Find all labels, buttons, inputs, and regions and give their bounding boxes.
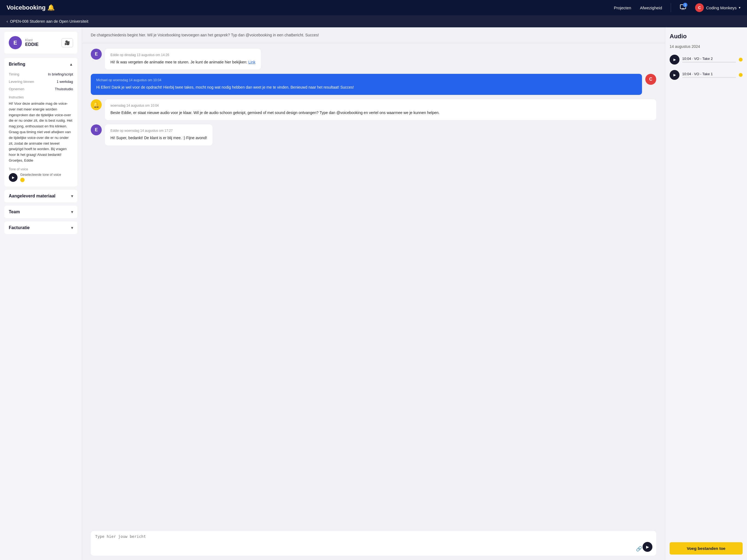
message-avatar-eddie: E	[91, 49, 102, 59]
client-card: E Klant EDDIE 🎥	[4, 32, 77, 54]
top-navigation: Voicebooking 🔔 Projecten Afwezigheid 1 C…	[0, 0, 747, 15]
track-1-name: 10:04 · VO - Take 2	[682, 57, 736, 61]
instructions-text: Hi! Voor deze animatie mag de voice-over…	[9, 101, 73, 163]
breadcrumb-label: OPEN-008 Studeren aan de Open Universite…	[10, 19, 88, 24]
message-header-michael: Michael op woensdag 14 augustus om 10:04	[96, 78, 637, 82]
levering-value: 1 werkdag	[57, 80, 73, 84]
briefing-chevron-icon: ▲	[69, 62, 73, 67]
audio-title: Audio	[670, 33, 743, 40]
briefing-body: Timing In briefing/script Levering binne…	[4, 71, 77, 186]
message-header: Eddie op dinsdag 13 augustus om 14:26	[110, 53, 255, 57]
team-title: Team	[9, 209, 20, 214]
tone-play-button[interactable]: ▶	[9, 173, 18, 182]
message-text: Hi! Ik was vergeten de animatie mee te s…	[110, 59, 255, 65]
message-bubble-eddie2: Eddie op woensdag 14 augustus om 17:27 H…	[105, 124, 212, 145]
message-avatar-eddie2: E	[91, 124, 102, 135]
message-text-system: Beste Eddie, er staat nieuwe audio voor …	[110, 110, 651, 116]
message-avatar-bot: 🔔	[91, 99, 102, 110]
track-2-name: 10:04 · VO - Take 1	[682, 72, 736, 76]
track-1-info: 10:04 · VO - Take 2	[682, 57, 736, 62]
animation-link[interactable]: Link	[248, 60, 255, 64]
chevron-down-icon: ▾	[739, 6, 741, 9]
client-info: E Klant EDDIE	[9, 36, 38, 49]
client-avatar: E	[9, 36, 22, 49]
left-sidebar: E Klant EDDIE 🎥 Briefing ▲ Timing In bri…	[0, 27, 82, 560]
timing-label: Timing	[9, 72, 19, 76]
main-layout: E Klant EDDIE 🎥 Briefing ▲ Timing In bri…	[0, 27, 747, 560]
aangeleverd-accordion-header[interactable]: Aangeleverd materiaal ▾	[4, 190, 77, 202]
facturatie-accordion-header[interactable]: Facturatie ▾	[4, 222, 77, 234]
team-accordion-header[interactable]: Team ▾	[4, 206, 77, 218]
message-bubble: Eddie op dinsdag 13 augustus om 14:26 Hi…	[105, 49, 261, 70]
chat-message-input[interactable]	[95, 534, 652, 548]
briefing-accordion-header[interactable]: Briefing ▲	[4, 58, 77, 71]
chat-area: De chatgeschiedenis begint hier. Wil je …	[82, 27, 665, 560]
logo-text: Voicebooking	[6, 4, 46, 11]
timing-value: In briefing/script	[48, 72, 73, 76]
logo: Voicebooking 🔔	[6, 4, 55, 11]
audio-track-1: ▶ 10:04 · VO - Take 2	[670, 52, 743, 67]
chat-info-banner: De chatgeschiedenis begint hier. Wil je …	[82, 27, 665, 43]
nav-divider	[671, 3, 671, 12]
aangeleverd-chevron-icon: ▾	[71, 194, 73, 198]
tone-label: Tone of voice	[9, 167, 73, 171]
chat-icon-button[interactable]: 1	[680, 4, 686, 11]
logo-bell-icon: 🔔	[47, 4, 55, 11]
facturatie-title: Facturatie	[9, 225, 29, 230]
user-avatar: C	[695, 3, 704, 12]
briefing-row-opnemen: Opnemen Thuisstudio	[9, 85, 73, 93]
send-icon: ▶	[646, 545, 649, 549]
briefing-row-timing: Timing In briefing/script	[9, 71, 73, 78]
briefing-row-levering: Levering binnen 1 werkdag	[9, 78, 73, 85]
briefing-title: Briefing	[9, 62, 25, 67]
chat-messages: E Eddie op dinsdag 13 augustus om 14:26 …	[82, 43, 665, 527]
client-name: EDDIE	[25, 42, 38, 47]
message-text-michael: Hi Ellen! Dank je wel voor de opdracht! …	[96, 84, 637, 90]
audio-track-2: ▶ 10:04 · VO - Take 1	[670, 67, 743, 82]
client-details: Klant EDDIE	[25, 38, 38, 47]
aangeleverd-title: Aangeleverd materiaal	[9, 194, 55, 199]
message-row: E Eddie op dinsdag 13 augustus om 14:26 …	[91, 49, 656, 70]
tone-player: ▶ Geselecteerde tone of voice	[9, 173, 73, 182]
levering-label: Levering binnen	[9, 80, 34, 84]
message-header-system: woensdag 14 augustus om 10:04	[110, 104, 651, 107]
message-header-eddie2: Eddie op woensdag 14 augustus om 17:27	[110, 129, 207, 133]
team-section: Team ▾	[4, 206, 77, 218]
facturatie-section: Facturatie ▾	[4, 222, 77, 234]
audio-date: 14 augustus 2024	[670, 44, 743, 49]
client-label: Klant	[25, 38, 38, 42]
user-menu[interactable]: C Coding Monkeys ▾	[695, 3, 741, 12]
play-take2-button[interactable]: ▶	[670, 55, 679, 65]
video-icon: 🎥	[65, 41, 70, 45]
breadcrumb-bar: ‹ OPEN-008 Studeren aan de Open Universi…	[0, 15, 747, 27]
audio-spacer	[670, 82, 743, 542]
chat-badge: 1	[683, 3, 687, 7]
attach-button[interactable]: 🔗	[636, 546, 642, 552]
message-row-eddie2: E Eddie op woensdag 14 augustus om 17:27…	[91, 124, 656, 145]
nav-links: Projecten Afwezigheid 1 C Coding Monkeys…	[614, 3, 741, 12]
send-button[interactable]: ▶	[643, 542, 652, 552]
chat-input-box: 🔗 ▶	[91, 531, 656, 556]
video-call-button[interactable]: 🎥	[61, 38, 73, 47]
tone-title: Geselecteerde tone of voice	[20, 173, 61, 177]
opnemen-value: Thuisstudio	[55, 87, 73, 91]
breadcrumb-back-button[interactable]: ‹ OPEN-008 Studeren aan de Open Universi…	[6, 19, 88, 24]
audio-panel: Audio 14 augustus 2024 ▶ 10:04 · VO - Ta…	[665, 27, 747, 560]
message-text-eddie2: Hi! Super, bedankt! De klant is er blij …	[110, 135, 207, 141]
play-take1-button[interactable]: ▶	[670, 70, 679, 80]
track-2-info: 10:04 · VO - Take 1	[682, 72, 736, 78]
team-chevron-icon: ▾	[71, 210, 73, 214]
user-name: Coding Monkeys	[706, 5, 737, 10]
track-2-dot	[739, 73, 743, 77]
system-message: 🔔 woensdag 14 augustus om 10:04 Beste Ed…	[91, 99, 656, 120]
message-bubble-blue: Michael op woensdag 14 augustus om 10:04…	[91, 74, 642, 95]
track-1-bar	[682, 62, 736, 62]
chat-input-area: 🔗 ▶	[82, 527, 665, 560]
add-files-button[interactable]: Voeg bestanden toe	[670, 542, 743, 555]
nav-link-afwezigheid[interactable]: Afwezigheid	[640, 5, 662, 10]
message-avatar-michael: C	[645, 74, 656, 85]
nav-link-projecten[interactable]: Projecten	[614, 5, 631, 10]
back-arrow-icon: ‹	[6, 19, 8, 24]
tone-info: Geselecteerde tone of voice	[20, 173, 61, 182]
track-1-dot	[739, 58, 743, 61]
